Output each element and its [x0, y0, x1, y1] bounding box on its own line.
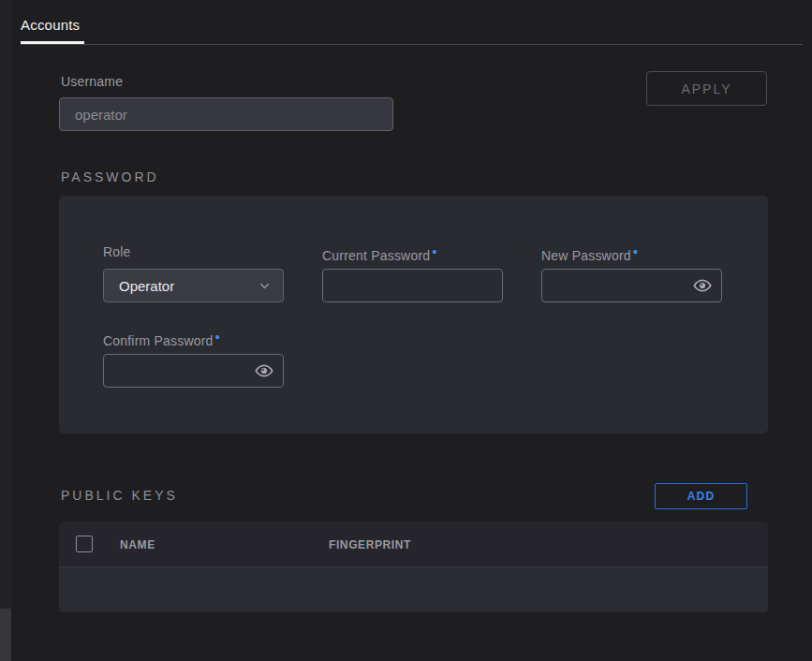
column-header-fingerprint: FINGERPRINT	[329, 538, 411, 551]
add-public-key-button[interactable]: ADD	[655, 483, 747, 509]
role-label: Role	[103, 244, 131, 259]
required-marker: •	[633, 243, 638, 259]
password-section-heading: PASSWORD	[61, 169, 159, 184]
new-password-label: New Password•	[541, 244, 638, 263]
public-keys-table-header: NAME FINGERPRINT	[59, 521, 768, 567]
required-marker: •	[432, 243, 436, 259]
background-edge-strip	[0, 0, 11, 661]
current-password-label: Current Password•	[322, 244, 437, 263]
new-password-field-wrap	[541, 269, 722, 302]
eye-icon[interactable]	[691, 274, 714, 297]
chevron-down-icon	[258, 279, 272, 293]
public-keys-table: NAME FINGERPRINT	[59, 521, 768, 613]
column-header-name: NAME	[120, 538, 155, 551]
role-select[interactable]: Operator	[103, 269, 284, 302]
public-keys-section-heading: PUBLIC KEYS	[61, 488, 178, 503]
public-keys-empty-row	[59, 567, 768, 612]
current-password-input[interactable]	[323, 270, 502, 301]
select-all-checkbox[interactable]	[76, 536, 93, 552]
password-panel: Role Operator Current Password• New Pass…	[59, 196, 768, 433]
accounts-settings-page: Accounts Username APPLY PASSWORD Role Op…	[0, 0, 812, 661]
tab-accounts[interactable]: Accounts	[21, 17, 80, 33]
required-marker: •	[215, 329, 220, 345]
eye-icon[interactable]	[253, 360, 275, 382]
username-input[interactable]	[59, 97, 393, 131]
tab-bar-divider	[21, 44, 803, 45]
username-label: Username	[61, 74, 123, 89]
background-edge-strip-bottom	[0, 609, 11, 661]
confirm-password-label: Confirm Password•	[103, 330, 220, 348]
apply-button[interactable]: APPLY	[646, 71, 767, 106]
current-password-field-wrap	[322, 269, 503, 302]
confirm-password-field-wrap	[103, 354, 284, 388]
role-select-value: Operator	[119, 278, 174, 294]
